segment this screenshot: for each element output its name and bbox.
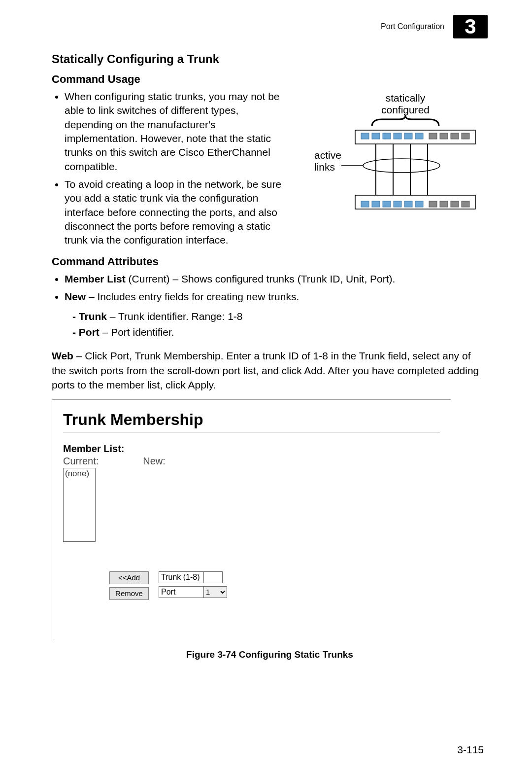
svg-rect-14 — [383, 201, 391, 207]
command-usage-heading: Command Usage — [52, 73, 488, 86]
attr-port-rest: – Port identifier. — [100, 326, 174, 338]
svg-rect-17 — [415, 201, 423, 207]
port-select[interactable]: 1 — [203, 586, 227, 598]
attr-new: New – Includes entry fields for creating… — [65, 290, 488, 304]
attr-trunk-bold: Trunk — [79, 311, 107, 322]
svg-rect-20 — [451, 201, 459, 207]
current-listbox[interactable]: (none) — [63, 468, 96, 542]
web-rest: – Click Port, Trunk Membership. Enter a … — [52, 350, 479, 390]
svg-rect-7 — [429, 133, 437, 139]
panel-title: Trunk Membership — [63, 411, 440, 429]
remove-button[interactable]: Remove — [109, 587, 149, 600]
attr-trunk-rest: – Trunk identifier. Range: 1-8 — [107, 311, 243, 322]
svg-rect-12 — [361, 201, 369, 207]
svg-rect-9 — [451, 133, 459, 139]
svg-rect-4 — [394, 133, 401, 139]
svg-point-26 — [363, 159, 440, 173]
attr-new-bold: New — [65, 291, 86, 302]
attr-member-list: Member List (Current) – Shows configured… — [65, 272, 488, 286]
svg-rect-10 — [462, 133, 469, 139]
attr-member-list-bold: Member List — [65, 273, 126, 284]
svg-rect-5 — [404, 133, 412, 139]
diagram-label-top: statically — [386, 92, 426, 104]
attr-new-rest: – Includes entry fields for creating new… — [86, 291, 299, 302]
svg-rect-13 — [372, 201, 380, 207]
svg-rect-3 — [383, 133, 391, 139]
add-button[interactable]: <<Add — [109, 571, 149, 584]
member-list-label: Member List: — [63, 443, 440, 455]
svg-rect-8 — [440, 133, 448, 139]
attr-member-list-rest: (Current) – Shows configured trunks (Tru… — [126, 273, 396, 284]
page-number: 3-115 — [52, 744, 488, 756]
svg-rect-16 — [404, 201, 412, 207]
attr-port: Port – Port identifier. — [72, 324, 488, 340]
diagram-label-top2: configured — [381, 104, 430, 115]
attr-trunk: Trunk – Trunk identifier. Range: 1-8 — [72, 309, 488, 324]
svg-rect-19 — [440, 201, 448, 207]
web-bold: Web — [52, 350, 73, 361]
svg-rect-21 — [462, 201, 469, 207]
svg-rect-18 — [429, 201, 437, 207]
figure-caption: Figure 3-74 Configuring Static Trunks — [52, 649, 488, 660]
svg-rect-6 — [415, 133, 423, 139]
usage-bullet-2: To avoid creating a loop in the network,… — [65, 177, 283, 247]
page-header: Port Configuration 3 — [52, 15, 488, 38]
attr-sub-bullets: Trunk – Trunk identifier. Range: 1-8 Por… — [52, 309, 488, 340]
new-label: New: — [143, 456, 166, 467]
listbox-none: (none) — [65, 469, 89, 478]
panel-rule — [63, 432, 440, 432]
svg-rect-15 — [394, 201, 401, 207]
chapter-badge: 3 — [453, 15, 488, 38]
port-field-label: Port — [159, 586, 204, 598]
header-title: Port Configuration — [381, 22, 444, 31]
svg-rect-2 — [372, 133, 380, 139]
command-attributes-heading: Command Attributes — [52, 255, 488, 268]
diagram-label-links: links — [314, 161, 335, 173]
diagram-label-active: active — [314, 149, 341, 161]
trunk-field-label: Trunk (1-8) — [159, 571, 204, 583]
attr-bullets: Member List (Current) – Shows configured… — [52, 272, 488, 304]
svg-rect-1 — [361, 133, 369, 139]
section-heading: Statically Configuring a Trunk — [52, 52, 488, 66]
trunk-diagram: statically configured — [292, 90, 488, 222]
usage-bullet-1: When configuring static trunks, you may … — [65, 90, 283, 174]
attr-port-bold: Port — [79, 326, 100, 338]
trunk-membership-panel: Trunk Membership Member List: Current: (… — [52, 399, 451, 639]
usage-bullets: When configuring static trunks, you may … — [52, 90, 283, 247]
current-label: Current: — [63, 456, 99, 467]
trunk-input[interactable] — [204, 571, 223, 583]
web-paragraph: Web – Click Port, Trunk Membership. Ente… — [52, 349, 488, 392]
